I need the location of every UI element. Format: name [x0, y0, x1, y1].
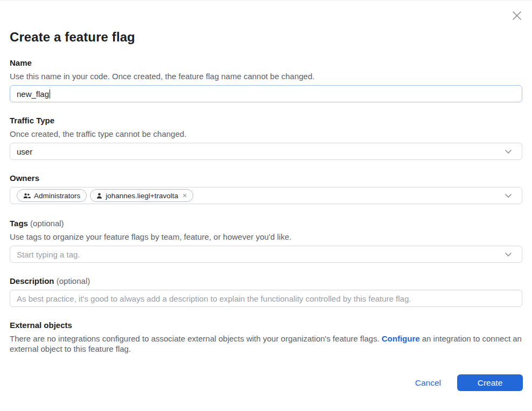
owner-chip-administrators[interactable]: Administrators [17, 189, 87, 202]
owners-section: Owners Administrators [10, 173, 522, 204]
traffic-type-select[interactable]: user [10, 143, 522, 160]
tags-label-text: Tags [10, 219, 28, 228]
traffic-type-helper-text: Once created, the traffic type cannot be… [10, 129, 522, 138]
name-helper-text: Use this name in your code. Once created… [10, 72, 522, 81]
chevron-down-icon [505, 149, 512, 154]
traffic-type-label: Traffic Type [10, 116, 522, 125]
person-icon [96, 193, 102, 199]
configure-link[interactable]: Configure [382, 334, 420, 343]
description-input[interactable] [10, 290, 522, 307]
dialog-footer: Cancel Create [415, 374, 523, 391]
tags-placeholder: Start typing a tag. [17, 250, 80, 259]
description-optional-note: (optional) [57, 276, 90, 285]
text-caret [50, 89, 50, 99]
cancel-button[interactable]: Cancel [415, 378, 441, 388]
tags-label: Tags (optional) [10, 219, 522, 228]
external-objects-text: There are no integrations configured to … [10, 334, 522, 354]
name-label: Name [10, 58, 522, 67]
external-objects-text-before: There are no integrations configured to … [10, 334, 382, 343]
remove-owner-icon[interactable]: × [183, 192, 187, 199]
chevron-down-icon [505, 193, 512, 198]
owners-label: Owners [10, 173, 522, 183]
name-input-value: new_flag [17, 89, 49, 99]
owner-chip-user[interactable]: johannes.liegl+travolta × [90, 189, 193, 202]
name-input[interactable]: new_flag [10, 85, 522, 102]
dialog-title: Create a feature flag [10, 1, 522, 45]
traffic-type-section: Traffic Type Once created, the traffic t… [10, 116, 522, 160]
traffic-type-selected-value: user [17, 147, 32, 156]
description-section: Description (optional) [10, 276, 522, 307]
name-section: Name Use this name in your code. Once cr… [10, 58, 522, 102]
close-button[interactable] [509, 8, 524, 23]
tags-optional-note: (optional) [30, 219, 64, 228]
group-icon [23, 193, 31, 199]
create-feature-flag-dialog: Create a feature flag Name Use this name… [0, 1, 532, 411]
tags-select[interactable]: Start typing a tag. [10, 246, 522, 263]
description-label: Description (optional) [10, 276, 522, 285]
owners-field[interactable]: Administrators johannes.liegl+travolta × [10, 187, 522, 204]
tags-section: Tags (optional) Use tags to organize you… [10, 219, 522, 263]
tags-helper-text: Use tags to organize your feature flags … [10, 232, 522, 241]
close-icon [511, 10, 523, 22]
create-button[interactable]: Create [457, 374, 523, 391]
owner-chip-label: johannes.liegl+travolta [106, 192, 178, 200]
chevron-down-icon [505, 252, 512, 257]
external-objects-section: External objects There are no integratio… [10, 321, 522, 354]
owner-chip-label: Administrators [34, 192, 80, 200]
description-label-text: Description [10, 276, 54, 285]
external-objects-label: External objects [10, 321, 522, 330]
